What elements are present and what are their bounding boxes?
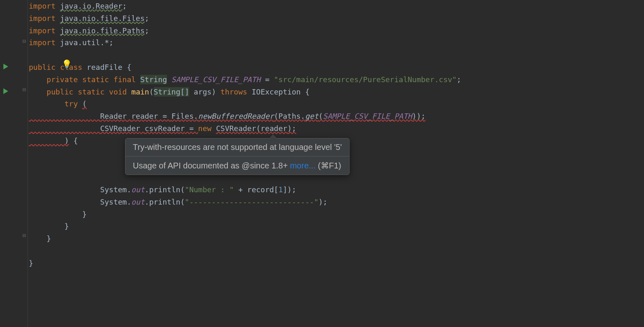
tooltip-arrow-icon — [269, 135, 277, 138]
fold-icon[interactable]: ⊟ — [23, 86, 26, 93]
code-line: import java.util.*; — [29, 37, 644, 49]
code-line: } — [29, 257, 644, 269]
tooltip-more-link[interactable]: more... — [290, 161, 315, 170]
run-method-icon[interactable] — [3, 87, 10, 94]
code-line: CSVReader csvReader = new CSVReader(read… — [29, 122, 644, 135]
error-tooltip: Try-with-resources are not supported at … — [125, 138, 350, 175]
code-line: } — [29, 208, 644, 221]
code-line: System.out.println("Number : " + record[… — [29, 184, 644, 196]
code-line: import java.nio.file.Files; — [29, 12, 644, 25]
tooltip-message: Usage of API documented as @since 1.8+ m… — [125, 156, 349, 175]
fold-icon[interactable]: ⊟ — [23, 232, 26, 239]
gutter: ⊟ ⊟ ⊟ — [0, 0, 28, 327]
code-area[interactable]: 💡 import java.io.Reader; import java.nio… — [28, 0, 644, 327]
code-line: } — [29, 220, 644, 233]
code-line: import java.nio.file.Paths; — [29, 25, 644, 37]
run-class-icon[interactable] — [3, 62, 10, 69]
code-line — [29, 245, 644, 257]
code-line: } — [29, 233, 644, 245]
code-line: private static final String SAMPLE_CSV_F… — [29, 74, 644, 86]
code-line: import java.io.Reader; — [29, 0, 644, 12]
code-line — [29, 49, 644, 61]
code-editor[interactable]: ⊟ ⊟ ⊟ 💡 import java.io.Reader; import ja… — [0, 0, 644, 327]
code-line: public class readFile { — [29, 61, 644, 74]
code-line: try ( — [29, 98, 644, 110]
code-line: Reader reader = Files.newBufferedReader(… — [29, 110, 644, 122]
code-line: System.out.println("--------------------… — [29, 196, 644, 208]
intention-bulb-icon[interactable]: 💡 — [62, 59, 72, 69]
fold-icon[interactable]: ⊟ — [23, 38, 26, 44]
code-line: public static void main(String[] args) t… — [29, 86, 644, 98]
tooltip-message: Try-with-resources are not supported at … — [125, 138, 349, 156]
